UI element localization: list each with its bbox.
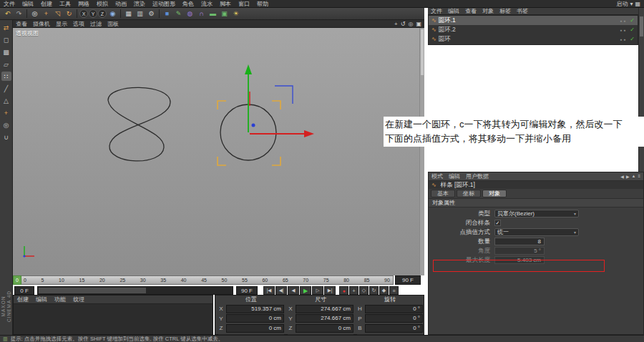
range-end-field[interactable]: 90 F bbox=[236, 286, 258, 295]
menu-character[interactable]: 角色 bbox=[179, 0, 197, 8]
points-mode-icon[interactable]: ∷ bbox=[1, 72, 11, 81]
position-z-field[interactable]: 0 cm bbox=[226, 324, 284, 333]
prev-frame-button[interactable]: ◀ bbox=[288, 286, 299, 295]
menu-simulate[interactable]: 模拟 bbox=[93, 0, 112, 8]
am-menu-edit[interactable]: 编辑 bbox=[446, 172, 463, 180]
om-menu-file[interactable]: 文件 bbox=[428, 7, 445, 15]
menu-pipeline[interactable]: 流水 bbox=[197, 0, 216, 8]
visibility-dots-icon[interactable]: ●● bbox=[620, 28, 627, 32]
object-name[interactable]: 圆环.2 bbox=[439, 26, 456, 34]
om-menu-bookmarks[interactable]: 书签 bbox=[514, 7, 531, 15]
tab-basic[interactable]: 基本 bbox=[431, 190, 455, 197]
rotation-p-field[interactable]: 0 ° bbox=[365, 314, 423, 323]
menu-help[interactable]: 帮助 bbox=[253, 0, 272, 8]
undo-icon[interactable]: ↶ bbox=[2, 9, 13, 19]
om-menu-objects[interactable]: 对象 bbox=[479, 7, 497, 15]
layout-preset-select[interactable]: 启动 ▾ ▦ bbox=[616, 0, 644, 8]
mat-menu-function[interactable]: 功能 bbox=[51, 295, 69, 303]
menu-script[interactable]: 脚本 bbox=[216, 0, 235, 8]
render-picture-viewer-icon[interactable]: ▥ bbox=[135, 9, 145, 19]
timeline-end-frame-field[interactable]: 90 F bbox=[395, 275, 421, 285]
count-field[interactable]: 8 bbox=[494, 238, 545, 245]
polygons-mode-icon[interactable]: △ bbox=[1, 96, 11, 105]
om-menu-edit[interactable]: 编辑 bbox=[445, 7, 462, 15]
lock-z-axis-button[interactable]: Z bbox=[98, 9, 107, 18]
am-menu-mode[interactable]: 模式 bbox=[429, 172, 446, 180]
menu-animate[interactable]: 动画 bbox=[112, 0, 130, 8]
angle-field[interactable]: 5 ° bbox=[494, 247, 545, 255]
enabled-check-icon[interactable]: ✓ bbox=[630, 36, 635, 42]
om-menu-view[interactable]: 查看 bbox=[462, 7, 479, 15]
object-manager-scrollbar[interactable] bbox=[638, 8, 644, 172]
object-row[interactable]: ∿ 圆环.1 ●● ✓ bbox=[429, 16, 638, 25]
nav-forward-icon[interactable]: ▶ bbox=[626, 174, 630, 179]
rotate-tool-icon[interactable]: ↻ bbox=[64, 9, 74, 19]
size-y-field[interactable]: 274.667 cm bbox=[296, 314, 353, 323]
render-settings-icon[interactable]: ⚙ bbox=[146, 9, 157, 19]
timeline-ruler[interactable]: 0 5 10 15 20 25 30 35 40 45 50 55 60 65 … bbox=[13, 275, 394, 285]
key-rotation-button[interactable]: ↻ bbox=[369, 286, 379, 295]
vp-menu-view[interactable]: 查看 bbox=[13, 20, 30, 28]
om-menu-tags[interactable]: 标签 bbox=[497, 7, 514, 15]
workplane-mode-icon[interactable]: ▱ bbox=[1, 59, 11, 69]
type-dropdown[interactable]: 贝塞尔(Bezier) ▾ bbox=[494, 210, 579, 218]
make-editable-icon[interactable]: ⇄ bbox=[1, 23, 11, 32]
edges-mode-icon[interactable]: ╱ bbox=[1, 84, 11, 93]
vp-menu-options[interactable]: 选项 bbox=[70, 20, 87, 28]
goto-start-button[interactable]: |◀ bbox=[263, 286, 275, 295]
close-spline-checkbox[interactable]: ✓ bbox=[494, 220, 501, 226]
scale-tool-icon[interactable]: ◹ bbox=[52, 9, 63, 19]
vp-menu-cameras[interactable]: 摄像机 bbox=[30, 20, 53, 28]
range-slider[interactable] bbox=[37, 286, 233, 295]
menu-mesh[interactable]: 网格 bbox=[74, 0, 93, 8]
tab-object[interactable]: 对象 bbox=[482, 190, 507, 197]
enabled-check-icon[interactable]: ✓ bbox=[630, 26, 635, 33]
add-subdivision-surface-icon[interactable]: ◍ bbox=[185, 9, 195, 19]
coordinate-system-icon[interactable]: ◉ bbox=[107, 9, 118, 19]
figure8-spline[interactable] bbox=[108, 87, 170, 161]
menu-mograph[interactable]: 运动图形 bbox=[149, 0, 179, 8]
toggle-views-icon[interactable]: ▣ bbox=[416, 21, 421, 27]
rotation-h-field[interactable]: 0 ° bbox=[365, 305, 423, 313]
enable-axis-icon[interactable]: + bbox=[1, 108, 11, 117]
texture-mode-icon[interactable]: ▩ bbox=[1, 47, 11, 57]
vp-menu-panel[interactable]: 面板 bbox=[104, 20, 122, 28]
panel-menu-icon[interactable]: ≡ bbox=[638, 174, 640, 179]
mat-menu-edit[interactable]: 编辑 bbox=[32, 295, 51, 303]
mat-menu-texture[interactable]: 纹理 bbox=[69, 295, 88, 303]
vp-menu-display[interactable]: 显示 bbox=[53, 20, 70, 28]
menu-file[interactable]: 文件 bbox=[0, 0, 19, 8]
add-camera-icon[interactable]: ▣ bbox=[219, 9, 230, 19]
viewport-solo-icon[interactable]: ◎ bbox=[1, 120, 11, 130]
tab-coordinates[interactable]: 坐标 bbox=[457, 190, 481, 197]
position-y-field[interactable]: 0 cm bbox=[226, 314, 284, 323]
range-slider-thumb[interactable] bbox=[39, 288, 146, 293]
snap-magnet-icon[interactable]: ∪ bbox=[1, 132, 11, 142]
orbit-view-icon[interactable]: ↺ bbox=[401, 21, 406, 27]
next-frame-button[interactable]: ▷ bbox=[312, 286, 323, 295]
visibility-dots-icon[interactable]: ●● bbox=[620, 19, 627, 23]
enabled-check-icon[interactable]: ✓ bbox=[630, 17, 635, 24]
lock-y-axis-button[interactable]: Y bbox=[89, 9, 97, 18]
menu-create[interactable]: 创建 bbox=[37, 0, 56, 8]
object-name[interactable]: 圆环.1 bbox=[439, 16, 456, 25]
rotation-b-field[interactable]: 0 ° bbox=[365, 324, 423, 333]
object-name[interactable]: 圆环 bbox=[439, 35, 451, 44]
redo-icon[interactable]: ↷ bbox=[14, 9, 24, 19]
goto-end-button[interactable]: ▶| bbox=[324, 286, 336, 295]
key-position-button[interactable]: + bbox=[349, 286, 358, 295]
timeline-playhead[interactable]: 0 bbox=[13, 275, 21, 285]
interpolation-dropdown[interactable]: 统一 ▾ bbox=[494, 228, 579, 236]
record-keyframe-button[interactable]: ● bbox=[339, 286, 348, 295]
viewport-scrollbar-thumb[interactable] bbox=[421, 29, 424, 75]
mat-menu-create[interactable]: 创建 bbox=[14, 295, 32, 303]
add-cube-icon[interactable]: ■ bbox=[162, 9, 172, 19]
prev-key-button[interactable]: ◀| bbox=[275, 286, 287, 295]
am-menu-userdata[interactable]: 用户数据 bbox=[463, 172, 492, 180]
menu-tools[interactable]: 工具 bbox=[56, 0, 74, 8]
viewport-scrollbar[interactable] bbox=[419, 28, 424, 275]
zoom-view-icon[interactable]: ◎ bbox=[408, 21, 413, 27]
menu-edit[interactable]: 编辑 bbox=[19, 0, 37, 8]
range-start-field[interactable]: 0 F bbox=[14, 286, 34, 295]
visibility-dots-icon[interactable]: ●● bbox=[620, 37, 627, 41]
